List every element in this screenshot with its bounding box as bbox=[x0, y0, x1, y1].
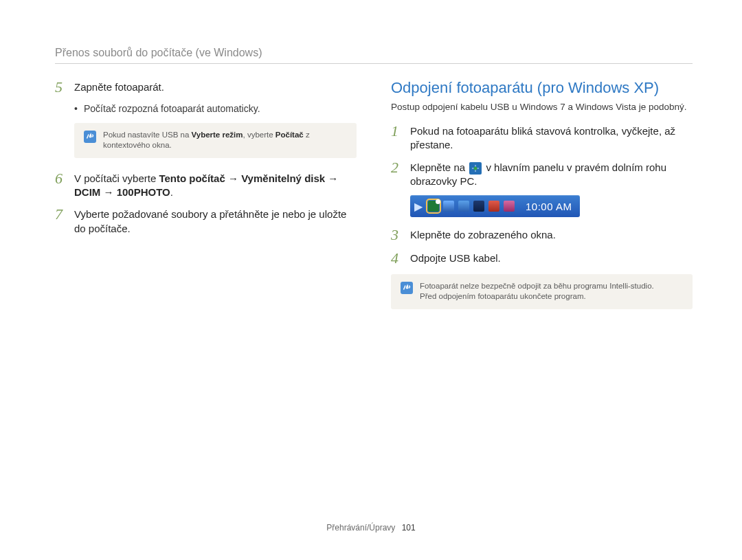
note-text: Pokud nastavíte USB na Vyberte režim, vy… bbox=[103, 130, 347, 151]
note-box-intelli-studio: Fotoaparát nelze bezpečně odpojit za běh… bbox=[391, 274, 693, 309]
bullet-item: Počítač rozpozná fotoaparát automaticky. bbox=[74, 102, 357, 116]
left-column: 5 Zapněte fotoaparát. Počítač rozpozná f… bbox=[55, 79, 357, 322]
taskbar-clock: 10:00 AM bbox=[526, 201, 572, 212]
page-number: 101 bbox=[402, 523, 416, 533]
step-number: 7 bbox=[55, 206, 74, 223]
step-2: 2 Klepněte na v hlavním panelu v pravém … bbox=[391, 159, 693, 189]
step-number: 6 bbox=[55, 170, 74, 187]
step-1: 1 Pokud na fotoaparátu bliká stavová kon… bbox=[391, 123, 693, 153]
step-text: Vyberte požadované soubory a přetáhněte … bbox=[74, 206, 357, 236]
section-intro: Postup odpojení kabelu USB u Windows 7 a… bbox=[391, 101, 693, 113]
step-number: 3 bbox=[391, 227, 410, 243]
taskbar-tray-icon bbox=[443, 201, 454, 212]
step-number: 4 bbox=[391, 250, 410, 267]
step-text: Zapněte fotoaparát. bbox=[74, 79, 164, 94]
taskbar-tray-icon bbox=[458, 201, 469, 212]
step-3: 3 Klepněte do zobrazeného okna. bbox=[391, 227, 693, 243]
note-text: Fotoaparát nelze bezpečně odpojit za běh… bbox=[420, 281, 654, 302]
right-column: Odpojení fotoaparátu (pro Windows XP) Po… bbox=[391, 79, 693, 322]
section-heading: Odpojení fotoaparátu (pro Windows XP) bbox=[391, 79, 693, 97]
step-text: Odpojte USB kabel. bbox=[410, 250, 501, 265]
note-icon bbox=[401, 282, 413, 294]
safely-remove-inline-icon bbox=[469, 162, 482, 175]
step-number: 1 bbox=[391, 123, 410, 139]
footer-section: Přehrávání/Úpravy bbox=[326, 523, 395, 533]
step-6: 6 V počítači vyberte Tento počítač → Vym… bbox=[55, 170, 357, 200]
taskbar-tray-icon bbox=[504, 201, 515, 212]
step-text: Klepněte na v hlavním panelu v pravém do… bbox=[410, 159, 693, 189]
step-text: Pokud na fotoaparátu bliká stavová kontr… bbox=[410, 123, 693, 153]
step-number: 2 bbox=[391, 159, 410, 176]
page-header: Přenos souborů do počítače (ve Windows) bbox=[55, 47, 693, 64]
step-7: 7 Vyberte požadované soubory a přetáhnět… bbox=[55, 206, 357, 236]
note-icon bbox=[84, 131, 96, 143]
taskbar-safely-remove-icon bbox=[428, 201, 439, 212]
step-5: 5 Zapněte fotoaparát. bbox=[55, 79, 357, 96]
taskbar-tray-icon bbox=[473, 201, 484, 212]
taskbar-volume-icon bbox=[488, 201, 499, 212]
step-5-bullets: Počítač rozpozná fotoaparát automaticky. bbox=[74, 102, 357, 116]
note-box-usb-mode: Pokud nastavíte USB na Vyberte režim, vy… bbox=[74, 123, 357, 158]
step-text: V počítači vyberte Tento počítač → Vyměn… bbox=[74, 170, 357, 200]
svg-point-0 bbox=[474, 166, 477, 170]
taskbar-chevron-icon: ▶ bbox=[414, 200, 424, 213]
taskbar-screenshot: ▶ 10:00 AM bbox=[410, 195, 693, 217]
step-text: Klepněte do zobrazeného okna. bbox=[410, 227, 556, 242]
step-number: 5 bbox=[55, 79, 74, 96]
page-footer: Přehrávání/Úpravy 101 bbox=[0, 523, 742, 533]
step-4: 4 Odpojte USB kabel. bbox=[391, 250, 693, 267]
